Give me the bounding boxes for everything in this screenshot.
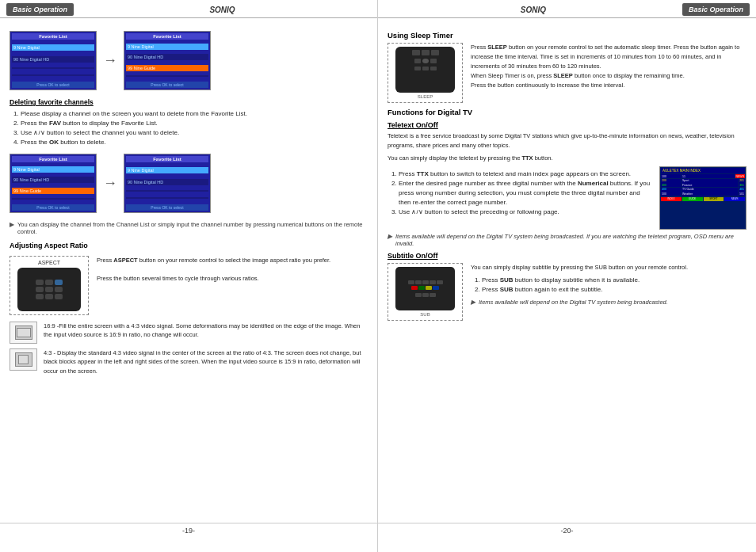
remote-btn xyxy=(55,294,63,299)
right-page-header: SONIQ Basic Operation xyxy=(378,0,756,18)
tv-bottom-bar: Press OK to select xyxy=(12,204,94,211)
left-brand: SONIQ xyxy=(74,6,371,14)
right-page-content: Using Sleep Timer xyxy=(378,23,756,523)
aspect-heading: Adjusting Aspect Ratio xyxy=(10,242,368,249)
teletext-display: You can simply display the teletext by p… xyxy=(388,154,746,163)
channel-item-selected: 99 Nine Guide xyxy=(126,65,208,71)
right-brand: SONIQ xyxy=(384,6,682,14)
channel-item: 9 Nine Digital xyxy=(126,44,208,50)
remote-btn xyxy=(45,280,53,285)
channel-item xyxy=(126,197,208,199)
icon-169-section: 16:9 -Fill the entire screen with a 4:3 … xyxy=(10,322,368,344)
step-3: Use ∧/∨ button to select the channel you… xyxy=(21,128,368,138)
left-page-content: Favorite List 9 Nine Digital 90 Nine Dig… xyxy=(0,23,377,523)
sleep-remote-img xyxy=(395,47,455,93)
sub-btn xyxy=(437,280,443,284)
aspect-description: Press ASPECT button on your remote contr… xyxy=(97,256,368,283)
teletext-heading: Teletext On/Off xyxy=(388,121,746,129)
remote-btn xyxy=(36,287,44,292)
note-arrow-icon: ▶ xyxy=(10,221,14,228)
sub-btn xyxy=(408,280,414,284)
remote-btn xyxy=(45,287,53,292)
sub-btn-blue xyxy=(433,286,439,290)
ttx-header: AULETEX MAIN INDEX xyxy=(661,168,745,173)
sub-box: SUB xyxy=(388,263,463,321)
subtitle-section: SUB You can simply display subtitle by p… xyxy=(388,263,746,321)
tv-bottom-bar: Press OK to select xyxy=(12,82,94,88)
step-2: Press the FAV button to display the Favo… xyxy=(21,119,368,128)
subtitle-steps-list: Press SUB button to display subtitle whe… xyxy=(471,276,746,295)
subtitle-note-text: Items available will depend on the Digit… xyxy=(479,298,668,307)
sleep-description: Press SLEEP button on your remote contro… xyxy=(471,43,746,90)
ttx-steps-list: Press TTX button to switch to teletext a… xyxy=(388,169,653,217)
ttx-steps: Press TTX button to switch to teletext a… xyxy=(388,166,653,220)
subtitle-step-2: Press SUB button again to exit the subti… xyxy=(482,285,746,295)
left-page-header: Basic Operation SONIQ xyxy=(0,0,377,18)
sleep-box: SLEEP xyxy=(388,43,463,103)
right-page-footer: -20- xyxy=(378,523,756,536)
aspect-box: ASPECT xyxy=(10,256,89,315)
sleep-timer-section: Using Sleep Timer xyxy=(388,31,746,103)
digital-tv-heading: Functions for Digital TV xyxy=(388,108,746,116)
sub-btn xyxy=(422,280,429,284)
channel-list-title-2: Favorite List xyxy=(126,33,208,40)
right-page-number: -20- xyxy=(560,527,573,535)
channel-list-title-3: Favorite List xyxy=(12,156,94,162)
sub-btn xyxy=(415,293,422,297)
sleep-timer-content: SLEEP Press SLEEP button on your remote … xyxy=(388,43,746,103)
right-header-title: Basic Operation xyxy=(682,3,750,16)
ttx-steps-section: Press TTX button to switch to teletext a… xyxy=(388,166,746,230)
icon-169-inner xyxy=(15,325,32,340)
note-arrow-icon-3: ▶ xyxy=(471,298,475,308)
channel-item xyxy=(12,67,94,69)
remote-btn xyxy=(36,280,44,285)
sleep-timer-heading: Using Sleep Timer xyxy=(388,31,746,40)
channel-item: 9 Nine Digital xyxy=(126,167,208,173)
remote-btn xyxy=(36,294,44,299)
icon-169-text: 16:9 -Fill the entire screen with a 4:3 … xyxy=(44,322,368,340)
sub-btn xyxy=(422,293,429,297)
aspect-section: ASPECT xyxy=(10,256,368,315)
sub-remote-img xyxy=(395,267,455,310)
sub-btn-row-2 xyxy=(411,286,439,290)
tv-screen-bottom-right: Favorite List 9 Nine Digital 90 Nine Dig… xyxy=(124,154,211,213)
channel-note: ▶ You can display the channel from the C… xyxy=(10,221,368,235)
sub-btn xyxy=(430,280,436,284)
sub-btn-red xyxy=(411,286,418,290)
top-tv-screens-row: Favorite List 9 Nine Digital 90 Nine Dig… xyxy=(10,31,368,90)
channel-item: 9 Nine Digital xyxy=(12,44,94,51)
ttx-step-1: Press TTX button to switch to teletext a… xyxy=(399,169,653,179)
aspect-label: ASPECT xyxy=(13,260,85,265)
channel-item-selected: 99 Nine Guide xyxy=(12,188,94,194)
sub-btn xyxy=(430,293,436,297)
channel-item: 90 Nine Digital HD xyxy=(126,54,208,60)
channel-item xyxy=(12,74,94,76)
step-1: Please display a channel on the screen y… xyxy=(21,109,368,119)
sub-btn-green xyxy=(418,286,425,290)
step-4: Press the OK button to delete. xyxy=(21,138,368,147)
tv-bottom-bar: Press OK to select xyxy=(126,82,208,88)
note-arrow-icon-2: ▶ xyxy=(388,233,392,240)
teletext-intro: Teletext is a free service broadcast by … xyxy=(388,131,746,150)
channel-item: 90 Nine Digital HD xyxy=(12,177,94,183)
subtitle-note: ▶ Items available will depend on the Dig… xyxy=(471,298,746,308)
sub-btn-row-1 xyxy=(408,280,443,284)
channel-list-title-1: Favorite List xyxy=(12,33,94,40)
digital-tv-section: Functions for Digital TV Teletext On/Off… xyxy=(388,108,746,321)
left-page-number: -19- xyxy=(182,527,195,535)
deleting-steps-list: Please display a channel on the screen y… xyxy=(10,109,368,147)
subtitle-heading: Subtitle On/Off xyxy=(388,252,746,260)
sub-btn xyxy=(415,280,422,284)
ttx-screen: AULETEX MAIN INDEX 100 11 NEWS 200 Sport xyxy=(659,166,746,230)
left-header-title: Basic Operation xyxy=(6,3,74,16)
channel-item xyxy=(126,75,208,77)
teletext-note: ▶ Items available will depend on the Dig… xyxy=(388,233,746,247)
icon-43-text: 4:3 - Display the standard 4:3 video sig… xyxy=(44,348,368,375)
sub-label: SUB xyxy=(391,312,459,317)
channel-item xyxy=(126,190,208,192)
icon-43-section: 4:3 - Display the standard 4:3 video sig… xyxy=(10,348,368,375)
sub-btn-yellow xyxy=(426,286,432,290)
tv-screen-top-left: Favorite List 9 Nine Digital 90 Nine Dig… xyxy=(10,31,97,90)
remote-btn xyxy=(55,287,63,292)
channel-item: 90 Nine Digital HD xyxy=(126,179,208,185)
